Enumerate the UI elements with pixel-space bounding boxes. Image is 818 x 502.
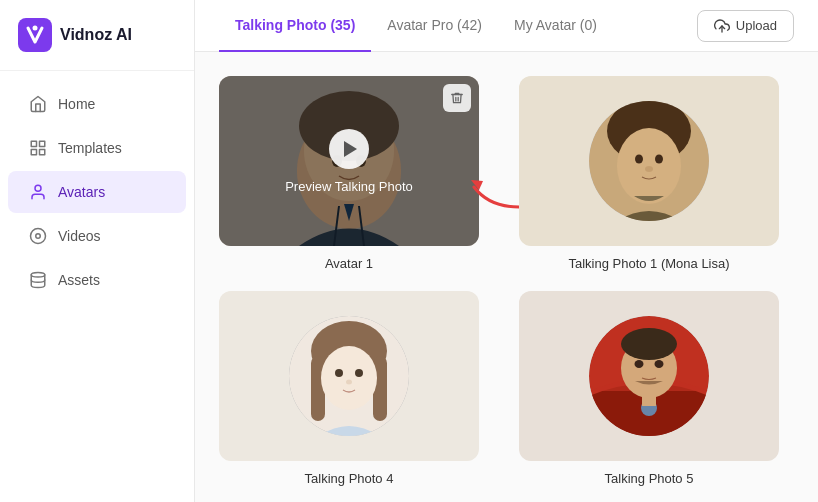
svg-point-7	[31, 229, 46, 244]
woman-image	[289, 316, 409, 436]
preview-overlay[interactable]: Preview Talking Photo	[219, 76, 479, 246]
gallery-item-label: Avatar 1	[325, 256, 373, 271]
sidebar-item-label: Videos	[58, 228, 101, 244]
gallery-item-label: Talking Photo 5	[605, 471, 694, 486]
tab-avatar-pro[interactable]: Avatar Pro (42)	[371, 0, 498, 52]
trash-icon	[450, 91, 464, 105]
svg-point-1	[33, 26, 38, 31]
sidebar: Vidnoz AI Home Templates	[0, 0, 195, 502]
preview-label: Preview Talking Photo	[285, 179, 413, 194]
logo-text: Vidnoz AI	[60, 26, 132, 44]
svg-point-28	[321, 346, 377, 410]
svg-point-6	[35, 185, 41, 191]
gallery-card-talking-photo-4[interactable]	[219, 291, 479, 461]
sidebar-navigation: Home Templates Avatars	[0, 71, 194, 313]
gallery-item-label: Talking Photo 4	[305, 471, 394, 486]
tabs-bar: Talking Photo (35) Avatar Pro (42) My Av…	[195, 0, 818, 52]
home-icon	[28, 94, 48, 114]
svg-point-37	[655, 360, 664, 368]
gallery-item-mona-lisa[interactable]: Talking Photo 1 (Mona Lisa)	[519, 76, 779, 271]
gallery-card-mona-lisa[interactable]	[519, 76, 779, 246]
gallery-item-label: Talking Photo 1 (Mona Lisa)	[568, 256, 729, 271]
upload-button[interactable]: Upload	[697, 10, 794, 42]
sidebar-item-label: Avatars	[58, 184, 105, 200]
play-icon	[344, 141, 357, 157]
videos-icon	[28, 226, 48, 246]
sidebar-item-home[interactable]: Home	[8, 83, 186, 125]
sidebar-item-label: Home	[58, 96, 95, 112]
play-button[interactable]	[329, 129, 369, 169]
main-content: Talking Photo (35) Avatar Pro (42) My Av…	[195, 0, 818, 502]
elon-like-image	[589, 316, 709, 436]
logo-area: Vidnoz AI	[0, 0, 194, 71]
gallery-item-avatar-1[interactable]: Preview Talking Photo Avatar 1	[219, 76, 479, 271]
svg-point-29	[335, 369, 343, 377]
gallery-item-talking-photo-4[interactable]: Talking Photo 4	[219, 291, 479, 486]
svg-point-8	[36, 234, 41, 239]
sidebar-item-label: Assets	[58, 272, 100, 288]
svg-point-9	[31, 273, 45, 278]
templates-icon	[28, 138, 48, 158]
svg-rect-2	[31, 141, 36, 146]
tab-my-avatar[interactable]: My Avatar (0)	[498, 0, 613, 52]
sidebar-item-avatars[interactable]: Avatars	[8, 171, 186, 213]
gallery-item-talking-photo-5[interactable]: Talking Photo 5	[519, 291, 779, 486]
talking-photo-4-avatar	[289, 316, 409, 436]
sidebar-item-assets[interactable]: Assets	[8, 259, 186, 301]
svg-point-30	[355, 369, 363, 377]
mona-lisa-avatar	[589, 101, 709, 221]
vidnoz-logo-icon	[18, 18, 52, 52]
assets-icon	[28, 270, 48, 290]
svg-rect-4	[31, 150, 36, 155]
svg-rect-0	[18, 18, 52, 52]
svg-point-23	[645, 166, 653, 172]
talking-photo-5-avatar	[589, 316, 709, 436]
mona-lisa-image	[589, 101, 709, 221]
svg-rect-38	[642, 394, 656, 406]
gallery-card-avatar-1[interactable]: Preview Talking Photo	[219, 76, 479, 246]
avatars-icon	[28, 182, 48, 202]
tab-talking-photo[interactable]: Talking Photo (35)	[219, 0, 371, 52]
sidebar-item-videos[interactable]: Videos	[8, 215, 186, 257]
svg-point-22	[655, 155, 663, 164]
svg-point-31	[346, 380, 352, 385]
gallery-card-talking-photo-5[interactable]	[519, 291, 779, 461]
svg-point-36	[635, 360, 644, 368]
svg-point-21	[635, 155, 643, 164]
sidebar-item-label: Templates	[58, 140, 122, 156]
svg-rect-3	[40, 141, 45, 146]
svg-point-35	[621, 328, 677, 360]
svg-rect-5	[40, 150, 45, 155]
upload-icon	[714, 18, 730, 34]
sidebar-item-templates[interactable]: Templates	[8, 127, 186, 169]
delete-button[interactable]	[443, 84, 471, 112]
avatars-gallery: Preview Talking Photo Avatar 1	[195, 52, 818, 502]
